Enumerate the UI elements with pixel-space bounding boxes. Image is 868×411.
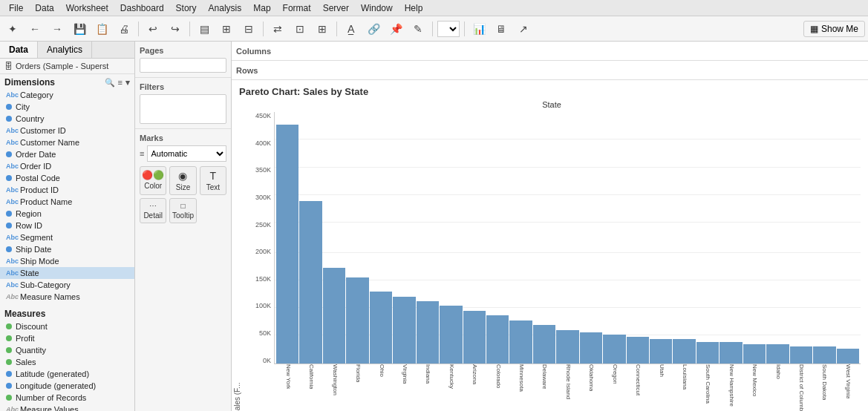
dim-postal-code[interactable]: Postal Code — [0, 172, 134, 184]
meas-profit[interactable]: Profit — [0, 332, 134, 344]
undo-button[interactable]: ↩ — [143, 19, 163, 39]
bar-idaho[interactable] — [766, 344, 789, 364]
dim-customer-id[interactable]: AbcCustomer ID — [0, 125, 134, 137]
device-button[interactable]: 🖥 — [492, 19, 511, 39]
menu-story[interactable]: Story — [170, 1, 203, 15]
bar-south-dakota[interactable] — [813, 346, 835, 364]
menu-window[interactable]: Window — [355, 1, 399, 15]
bar-indiana[interactable] — [417, 301, 439, 364]
link-button[interactable]: 🔗 — [364, 19, 383, 39]
bar-new-york[interactable] — [276, 125, 298, 364]
expand-button[interactable]: ⊞ — [313, 19, 332, 39]
bar-oklahoma[interactable] — [580, 332, 602, 364]
sort-button[interactable]: ⊟ — [239, 19, 258, 39]
group-button[interactable]: ⊞ — [217, 19, 236, 39]
chart-button[interactable]: 📊 — [469, 19, 489, 39]
share-button[interactable]: ↗ — [514, 19, 533, 39]
fit-button[interactable]: ⊡ — [290, 19, 310, 39]
bar-arizona[interactable] — [463, 311, 486, 364]
menu-server[interactable]: Server — [317, 1, 355, 15]
dim-sub-category[interactable]: AbcSub-Category — [0, 279, 134, 291]
dim-row-id[interactable]: Row ID — [0, 220, 134, 231]
highlight-button[interactable]: ▤ — [195, 19, 214, 39]
bar-louisiana[interactable] — [673, 339, 695, 363]
meas-discount[interactable]: Discount — [0, 320, 134, 332]
dim-measure-names[interactable]: AbcMeasure Names — [0, 291, 134, 303]
tab-analytics[interactable]: Analytics — [38, 42, 92, 58]
save-button[interactable]: 💾 — [70, 19, 89, 39]
dim-ship-mode[interactable]: AbcShip Mode — [0, 255, 134, 267]
add-dim-icon[interactable]: ▾ — [125, 78, 130, 88]
menu-file[interactable]: File — [3, 1, 29, 15]
bar-connecticut[interactable] — [627, 337, 649, 363]
menu-help[interactable]: Help — [399, 1, 429, 15]
back-button[interactable]: ← — [25, 19, 45, 39]
meas-quantity[interactable]: Quantity — [0, 344, 134, 356]
menu-data[interactable]: Data — [29, 1, 59, 15]
bar-rhode-island[interactable] — [556, 330, 578, 364]
tab-data[interactable]: Data — [0, 42, 38, 58]
show-me-button[interactable]: ▦ Show Me — [803, 21, 865, 37]
marks-detail-btn[interactable]: ⋯ Detail — [140, 198, 166, 223]
bar-west-virginia[interactable] — [837, 349, 859, 363]
dim-segment[interactable]: AbcSegment — [0, 231, 134, 243]
dim-state[interactable]: AbcState — [0, 267, 134, 279]
columns-content[interactable] — [285, 44, 864, 59]
marks-tooltip-btn[interactable]: □ Tooltip — [169, 198, 196, 223]
bar-california[interactable] — [299, 201, 322, 364]
rows-shelf[interactable]: Rows — [232, 61, 868, 80]
dim-city[interactable]: City — [0, 101, 134, 113]
bar-minnesota[interactable] — [509, 320, 532, 364]
pages-box[interactable] — [140, 58, 226, 73]
bar-florida[interactable] — [346, 277, 368, 364]
new-button[interactable]: ✦ — [3, 19, 22, 39]
standard-select[interactable]: Standard — [437, 21, 460, 37]
filters-box[interactable] — [140, 94, 226, 124]
marks-text-btn[interactable]: T Text — [200, 166, 226, 195]
bar-oregon[interactable] — [603, 335, 625, 364]
marks-type-select[interactable]: Automatic — [147, 145, 226, 162]
menu-format[interactable]: Format — [277, 1, 317, 15]
bar-ohio[interactable] — [370, 292, 392, 364]
dim-product-name[interactable]: AbcProduct Name — [0, 196, 134, 208]
meas-sales[interactable]: Sales — [0, 356, 134, 368]
menu-analysis[interactable]: Analysis — [203, 1, 248, 15]
bar-washington[interactable] — [323, 268, 345, 364]
bar-utah[interactable] — [650, 339, 672, 363]
meas-measure-values[interactable]: AbcMeasure Values — [0, 404, 134, 411]
dim-customer-name[interactable]: AbcCustomer Name — [0, 137, 134, 148]
save-as-button[interactable]: 📋 — [92, 19, 111, 39]
dim-country[interactable]: Country — [0, 113, 134, 125]
rows-content[interactable] — [285, 63, 864, 78]
meas-number-of-records[interactable]: Number of Records — [0, 392, 134, 404]
meas-longitude-(generated)[interactable]: Longitude (generated) — [0, 380, 134, 392]
edit-button[interactable]: ✎ — [408, 19, 428, 39]
dim-category[interactable]: AbcCategory — [0, 89, 134, 101]
bar-south-carolina[interactable] — [696, 342, 719, 364]
columns-shelf[interactable]: Columns — [232, 42, 868, 61]
redo-button[interactable]: ↪ — [166, 19, 185, 39]
annotate-button[interactable]: A̲ — [342, 19, 361, 39]
bar-virginia[interactable] — [393, 297, 415, 364]
meas-latitude-(generated)[interactable]: Latitude (generated) — [0, 368, 134, 380]
menu-dashboard[interactable]: Dashboard — [114, 1, 170, 15]
forward-button[interactable]: → — [48, 19, 67, 39]
sort-dim-icon[interactable]: ≡ — [118, 78, 123, 88]
bar-new-hampshire[interactable] — [719, 342, 742, 364]
bar-district-of-columbia[interactable] — [790, 346, 812, 364]
marks-color-btn[interactable]: 🔴🟢 Color — [140, 166, 166, 195]
dim-region[interactable]: Region — [0, 208, 134, 220]
menu-worksheet[interactable]: Worksheet — [60, 1, 114, 15]
dim-product-id[interactable]: AbcProduct ID — [0, 184, 134, 196]
data-source[interactable]: 🗄 Orders (Sample - Superst — [0, 59, 134, 74]
dim-ship-date[interactable]: Ship Date — [0, 243, 134, 255]
bar-delaware[interactable] — [533, 325, 555, 363]
marks-size-btn[interactable]: ◉ Size — [169, 166, 196, 195]
search-icon[interactable]: 🔍 — [105, 78, 115, 88]
swap-button[interactable]: ⇄ — [268, 19, 287, 39]
bar-colorado[interactable] — [486, 315, 509, 363]
dim-order-date[interactable]: Order Date — [0, 148, 134, 160]
bar-kentucky[interactable] — [440, 306, 462, 363]
print-button[interactable]: 🖨 — [114, 19, 134, 39]
pin-button[interactable]: 📌 — [386, 19, 405, 39]
